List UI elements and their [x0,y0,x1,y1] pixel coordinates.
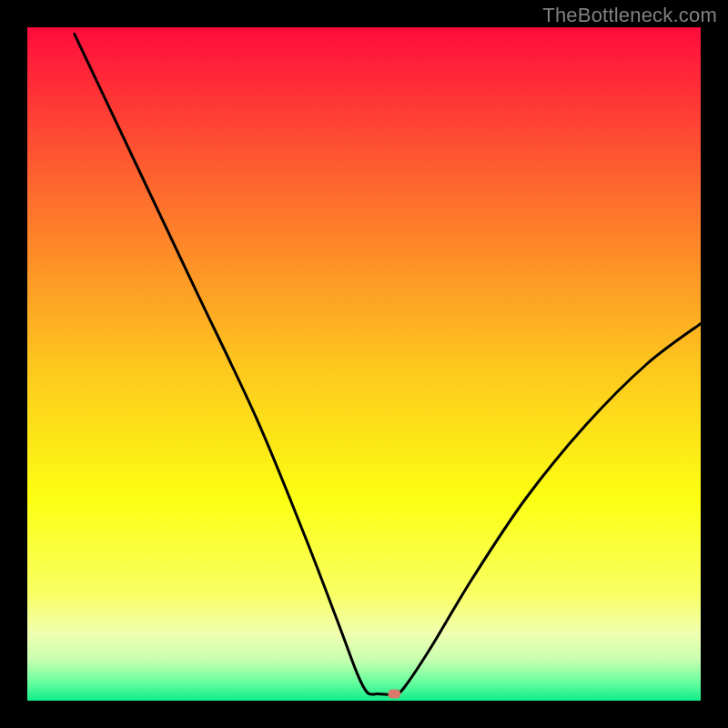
plot-area [27,27,701,701]
chart-frame: TheBottleneck.com [0,0,728,728]
optimal-marker [388,690,400,699]
chart-background [27,27,701,701]
chart-svg [27,27,701,701]
watermark-text: TheBottleneck.com [542,4,717,27]
